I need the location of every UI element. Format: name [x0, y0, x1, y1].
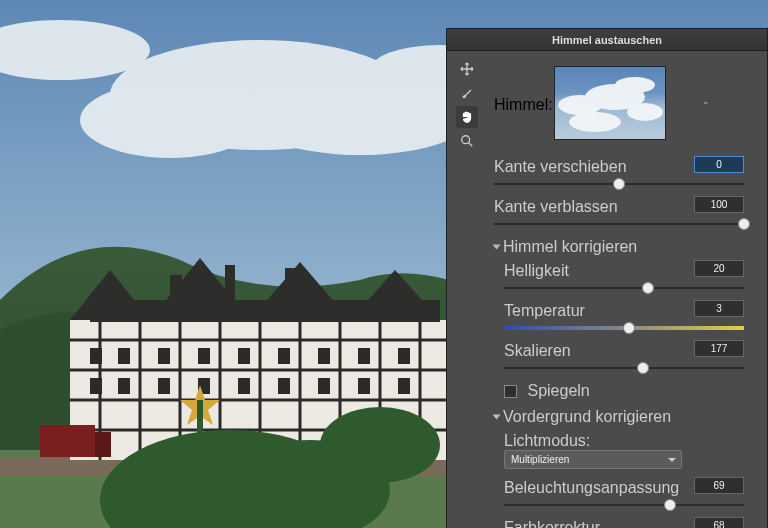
edge-fade-row: Kante verblassen 100: [494, 198, 744, 216]
flip-row: Spiegeln: [504, 382, 744, 400]
light-mode-label: Lichtmodus:: [504, 432, 590, 450]
svg-rect-51: [40, 425, 95, 457]
temperature-label: Temperatur: [504, 302, 585, 320]
tool-column: [456, 58, 480, 154]
svg-rect-43: [238, 378, 250, 394]
light-adjust-slider[interactable]: [504, 499, 744, 511]
svg-rect-33: [198, 348, 210, 364]
light-adjust-label: Beleuchtungsanpassung: [504, 479, 679, 497]
edge-shift-slider[interactable]: [494, 178, 744, 190]
temperature-row: Temperatur 3: [504, 302, 744, 320]
svg-rect-44: [278, 378, 290, 394]
chevron-down-icon[interactable]: ⌄: [702, 96, 710, 106]
svg-rect-31: [118, 348, 130, 364]
temperature-slider[interactable]: [504, 322, 744, 334]
scale-row: Skalieren 177: [504, 342, 744, 360]
svg-rect-37: [358, 348, 370, 364]
sky-preset-row: Himmel: ⌄: [494, 66, 744, 146]
section-sky-correct[interactable]: Himmel korrigieren: [494, 238, 744, 256]
svg-line-56: [469, 143, 473, 147]
move-tool-icon[interactable]: [456, 58, 478, 80]
dialog-title: Himmel austauschen: [552, 34, 662, 46]
panel-body: Himmel: ⌄ Kante verschieben 0 Kante verb…: [486, 58, 752, 528]
edge-fade-value[interactable]: 100: [694, 196, 744, 213]
svg-point-60: [569, 112, 621, 132]
sky-thumbnail[interactable]: [554, 66, 666, 140]
section-foreground-correct[interactable]: Vordergrund korrigieren: [494, 408, 744, 426]
svg-rect-29: [90, 300, 440, 322]
brightness-value[interactable]: 20: [694, 260, 744, 277]
edge-shift-value[interactable]: 0: [694, 156, 744, 173]
edge-shift-row: Kante verschieben 0: [494, 158, 744, 176]
light-mode-row: Lichtmodus: Multiplizieren: [504, 432, 744, 469]
svg-rect-30: [90, 348, 102, 364]
svg-rect-54: [197, 400, 203, 450]
brightness-row: Helligkeit 20: [504, 262, 744, 280]
svg-point-55: [462, 136, 470, 144]
svg-rect-36: [318, 348, 330, 364]
svg-rect-41: [158, 378, 170, 394]
brightness-label: Helligkeit: [504, 262, 569, 280]
svg-point-59: [627, 103, 663, 121]
color-adjust-label: Farbkorrektur: [504, 519, 600, 528]
light-mode-select[interactable]: Multiplizieren: [504, 450, 682, 469]
sky-label: Himmel:: [494, 96, 553, 114]
svg-rect-38: [398, 348, 410, 364]
svg-rect-35: [278, 348, 290, 364]
flip-label: Spiegeln: [527, 382, 589, 400]
color-adjust-row: Farbkorrektur 68: [504, 519, 744, 528]
svg-rect-47: [398, 378, 410, 394]
scale-slider[interactable]: [504, 362, 744, 374]
svg-rect-40: [118, 378, 130, 394]
dialog-titlebar[interactable]: Himmel austauschen: [446, 28, 768, 52]
edge-fade-label: Kante verblassen: [494, 198, 618, 216]
svg-rect-45: [318, 378, 330, 394]
temperature-value[interactable]: 3: [694, 300, 744, 317]
svg-rect-46: [358, 378, 370, 394]
svg-point-3: [80, 82, 260, 158]
brush-tool-icon[interactable]: [456, 82, 478, 104]
edge-shift-label: Kante verschieben: [494, 158, 627, 176]
hand-tool-icon[interactable]: [456, 106, 478, 128]
flip-checkbox[interactable]: [504, 385, 517, 398]
svg-rect-52: [95, 432, 111, 457]
edge-fade-slider[interactable]: [494, 218, 744, 230]
scale-label: Skalieren: [504, 342, 571, 360]
color-adjust-value[interactable]: 68: [694, 517, 744, 528]
brightness-slider[interactable]: [504, 282, 744, 294]
light-adjust-row: Beleuchtungsanpassung 69: [504, 479, 744, 497]
svg-rect-34: [238, 348, 250, 364]
svg-point-61: [615, 77, 655, 93]
scale-value[interactable]: 177: [694, 340, 744, 357]
svg-rect-32: [158, 348, 170, 364]
light-adjust-value[interactable]: 69: [694, 477, 744, 494]
svg-rect-39: [90, 378, 102, 394]
zoom-tool-icon[interactable]: [456, 130, 478, 152]
